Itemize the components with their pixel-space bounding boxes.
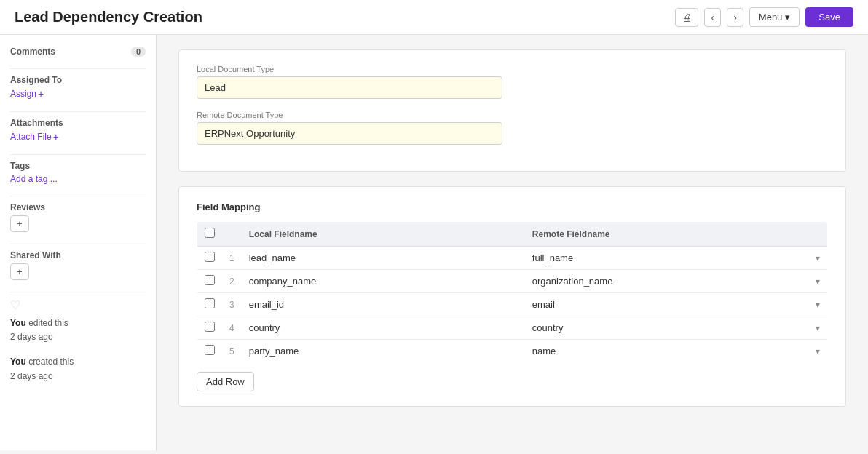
table-row: 4 country country ▾ [197,316,828,340]
tags-label: Tags [10,161,146,171]
row-action-cell: ▾ [808,340,828,363]
row-remote-field: organization_name [525,270,808,293]
comments-label: Comments 0 [10,47,146,57]
col-header-action [808,222,828,247]
row-number: 2 [229,276,234,287]
reviews-label: Reviews [10,202,146,212]
menu-button[interactable]: Menu ▾ [749,7,800,27]
row-number: 4 [229,323,234,333]
col-header-check [197,222,223,247]
local-doc-type-label: Local Document Type [197,65,828,73]
save-button[interactable]: Save [805,7,853,27]
row-num-cell: 4 [222,316,242,340]
row-dropdown-icon[interactable]: ▾ [816,253,820,263]
main-layout: Comments 0 Assigned To Assign + Attachme… [0,35,868,450]
add-shared-button[interactable]: + [10,263,29,280]
table-row: 1 lead_name full_name ▾ [197,247,828,270]
print-button[interactable]: 🖨 [675,8,698,27]
sidebar-section-reviews: Reviews + [10,202,146,232]
row-number: 5 [229,346,234,357]
row-remote-field: country [525,316,808,340]
row-local-field: email_id [242,293,525,316]
row-remote-field: full_name [525,247,808,270]
row-dropdown-icon[interactable]: ▾ [816,346,820,357]
assign-button[interactable]: Assign + [10,88,146,100]
row-local-field: company_name [242,270,525,293]
sidebar-section-tags: Tags Add a tag ... [10,161,146,184]
local-doc-type-group: Local Document Type [197,65,828,99]
row-dropdown-icon[interactable]: ▾ [816,300,820,310]
attach-plus-icon: + [53,131,59,143]
row-check-cell [197,270,223,293]
row-local-field: lead_name [242,247,525,270]
row-check-cell [197,293,223,316]
select-all-checkbox[interactable] [205,228,215,238]
table-row: 3 email_id email ▾ [197,293,828,316]
next-button[interactable]: › [727,8,743,27]
activity-1: You edited this 2 days ago [10,316,146,344]
remote-doc-type-group: Remote Document Type [197,111,828,145]
local-doc-type-input[interactable] [197,76,502,99]
row-dropdown-icon[interactable]: ▾ [816,323,820,333]
sidebar-section-shared: Shared With + [10,250,146,280]
row-action-cell: ▾ [808,247,828,270]
col-header-num [222,222,242,247]
row-action-cell: ▾ [808,316,828,340]
page-title: Lead Dependency Creation [15,9,202,25]
add-review-button[interactable]: + [10,215,29,232]
heart-icon[interactable]: ♡ [10,298,146,312]
doc-type-section: Local Document Type Remote Document Type [178,49,846,172]
row-checkbox[interactable] [205,252,215,262]
row-action-cell: ▾ [808,293,828,316]
activity-2: You created this 2 days ago [10,355,146,383]
table-row: 5 party_name name ▾ [197,340,828,363]
row-num-cell: 5 [222,340,242,363]
row-checkbox[interactable] [205,275,215,285]
row-num-cell: 2 [222,270,242,293]
row-local-field: country [242,316,525,340]
row-dropdown-icon[interactable]: ▾ [816,276,820,287]
row-checkbox[interactable] [205,298,215,308]
header-actions: 🖨 ‹ › Menu ▾ Save [675,7,853,27]
row-remote-field: name [525,340,808,363]
row-check-cell [197,340,223,363]
col-header-local: Local Fieldname [242,222,525,247]
row-num-cell: 1 [222,247,242,270]
row-check-cell [197,247,223,270]
col-header-remote: Remote Fieldname [525,222,808,247]
table-row: 2 company_name organization_name ▾ [197,270,828,293]
sidebar-section-assigned-to: Assigned To Assign + [10,75,146,100]
attachments-label: Attachments [10,118,146,128]
sidebar-section-activity: ♡ You edited this 2 days ago You created… [10,298,146,383]
row-num-cell: 3 [222,293,242,316]
sidebar: Comments 0 Assigned To Assign + Attachme… [0,35,157,450]
row-number: 1 [229,253,234,263]
row-checkbox[interactable] [205,322,215,332]
attach-file-button[interactable]: Attach File + [10,131,146,143]
comments-count: 0 [131,47,146,57]
header: Lead Dependency Creation 🖨 ‹ › Menu ▾ Sa… [0,0,868,35]
sidebar-section-comments: Comments 0 [10,47,146,57]
field-mapping-section: Field Mapping Local Fieldname Remote Fie… [178,186,846,407]
prev-button[interactable]: ‹ [704,8,721,27]
assigned-to-label: Assigned To [10,75,146,85]
field-mapping-table: Local Fieldname Remote Fieldname 1 lead_… [197,221,828,363]
row-number: 3 [229,300,234,310]
row-local-field: party_name [242,340,525,363]
row-remote-field: email [525,293,808,316]
chevron-down-icon: ▾ [785,12,790,23]
remote-doc-type-label: Remote Document Type [197,111,828,119]
row-action-cell: ▾ [808,270,828,293]
row-checkbox[interactable] [205,345,215,355]
add-row-button[interactable]: Add Row [197,372,254,391]
remote-doc-type-input[interactable] [197,122,502,145]
shared-with-label: Shared With [10,250,146,260]
main-content: Local Document Type Remote Document Type… [157,35,868,450]
sidebar-section-attachments: Attachments Attach File + [10,118,146,143]
plus-icon: + [38,88,44,100]
add-tag-button[interactable]: Add a tag ... [10,174,146,184]
row-check-cell [197,316,223,340]
field-mapping-title: Field Mapping [197,202,828,212]
